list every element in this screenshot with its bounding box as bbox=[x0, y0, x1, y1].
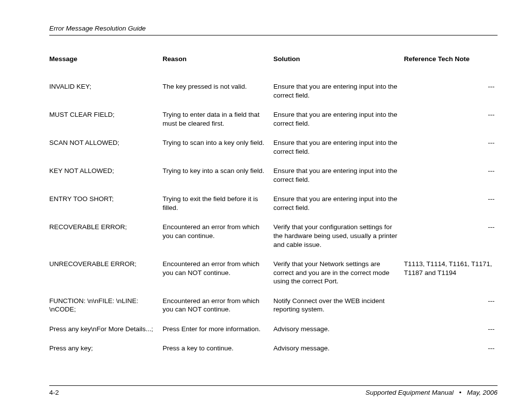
th-message: Message bbox=[49, 55, 163, 82]
footer-separator: • bbox=[459, 389, 462, 396]
cell-reference: --- bbox=[404, 195, 498, 223]
th-reference: Reference Tech Note bbox=[404, 55, 498, 82]
footer-divider bbox=[49, 385, 498, 386]
table-row: MUST CLEAR FIELD;Trying to enter data in… bbox=[49, 110, 498, 138]
cell-message: KEY NOT ALLOWED; bbox=[49, 167, 163, 195]
table-row: Press any key\nFor More Details...;Press… bbox=[49, 325, 498, 344]
error-table: Message Reason Solution Reference Tech N… bbox=[49, 55, 498, 364]
cell-solution: Ensure that you are entering input into … bbox=[273, 138, 404, 167]
cell-reference: --- bbox=[404, 297, 498, 325]
cell-reason: The key pressed is not valid. bbox=[163, 82, 273, 110]
table-row: SCAN NOT ALLOWED;Trying to scan into a k… bbox=[49, 138, 498, 167]
cell-message: MUST CLEAR FIELD; bbox=[49, 110, 163, 138]
footer-manual-info: Supported Equipment Manual • May, 2006 bbox=[366, 389, 498, 396]
cell-reason: Press a key to continue. bbox=[163, 344, 273, 364]
cell-reason: Encountered an error from which you can … bbox=[163, 223, 273, 260]
table-row: FUNCTION: \n\nFILE: \nLINE: \nCODE;Encou… bbox=[49, 297, 498, 325]
cell-message: UNRECOVERABLE ERROR; bbox=[49, 260, 163, 297]
cell-message: Press any key\nFor More Details...; bbox=[49, 325, 163, 344]
footer-manual-name: Supported Equipment Manual bbox=[366, 389, 454, 396]
cell-message: SCAN NOT ALLOWED; bbox=[49, 138, 163, 167]
cell-reason: Trying to scan into a key only field. bbox=[163, 138, 273, 167]
cell-reason: Encountered an error from which you can … bbox=[163, 260, 273, 297]
cell-reference: --- bbox=[404, 110, 498, 138]
cell-reference: --- bbox=[404, 167, 498, 195]
table-row: INVALID KEY;The key pressed is not valid… bbox=[49, 82, 498, 110]
cell-solution: Ensure that you are entering input into … bbox=[273, 110, 404, 138]
cell-reason: Trying to key into a scan only field. bbox=[163, 167, 273, 195]
page-footer: 4-2 Supported Equipment Manual • May, 20… bbox=[49, 385, 498, 396]
table-row: UNRECOVERABLE ERROR;Encountered an error… bbox=[49, 260, 498, 297]
cell-solution: Ensure that you are entering input into … bbox=[273, 82, 404, 110]
th-solution: Solution bbox=[273, 55, 404, 82]
cell-reference: --- bbox=[404, 82, 498, 110]
cell-message: FUNCTION: \n\nFILE: \nLINE: \nCODE; bbox=[49, 297, 163, 325]
cell-solution: Advisory message. bbox=[273, 325, 404, 344]
cell-reason: Trying to enter data in a field that mus… bbox=[163, 110, 273, 138]
table-row: Press any key;Press a key to continue.Ad… bbox=[49, 344, 498, 364]
table-row: ENTRY TOO SHORT;Trying to exit the field… bbox=[49, 195, 498, 223]
cell-message: INVALID KEY; bbox=[49, 82, 163, 110]
cell-message: RECOVERABLE ERROR; bbox=[49, 223, 163, 260]
cell-solution: Verify that your Network settings are co… bbox=[273, 260, 404, 297]
footer-date: May, 2006 bbox=[467, 389, 498, 396]
cell-reference: --- bbox=[404, 223, 498, 260]
header-divider bbox=[49, 35, 498, 35]
th-reason: Reason bbox=[163, 55, 273, 82]
cell-reference: --- bbox=[404, 138, 498, 167]
cell-reference: --- bbox=[404, 325, 498, 344]
cell-solution: Verify that your configuration settings … bbox=[273, 223, 404, 260]
cell-solution: Ensure that you are entering input into … bbox=[273, 195, 404, 223]
cell-reason: Encountered an error from which you can … bbox=[163, 297, 273, 325]
cell-solution: Ensure that you are entering input into … bbox=[273, 167, 404, 195]
header-title: Error Message Resolution Guide bbox=[49, 25, 498, 32]
cell-solution: Notify Connect over the WEB incident rep… bbox=[273, 297, 404, 325]
page-number: 4-2 bbox=[49, 389, 59, 396]
table-row: KEY NOT ALLOWED;Trying to key into a sca… bbox=[49, 167, 498, 195]
table-row: RECOVERABLE ERROR;Encountered an error f… bbox=[49, 223, 498, 260]
cell-message: ENTRY TOO SHORT; bbox=[49, 195, 163, 223]
cell-reason: Press Enter for more information. bbox=[163, 325, 273, 344]
cell-reference: T1113, T1114, T1161, T1171, T1187 and T1… bbox=[404, 260, 498, 297]
cell-solution: Advisory message. bbox=[273, 344, 404, 364]
cell-message: Press any key; bbox=[49, 344, 163, 364]
cell-reference: --- bbox=[404, 344, 498, 364]
table-header-row: Message Reason Solution Reference Tech N… bbox=[49, 55, 498, 82]
cell-reason: Trying to exit the field before it is fi… bbox=[163, 195, 273, 223]
